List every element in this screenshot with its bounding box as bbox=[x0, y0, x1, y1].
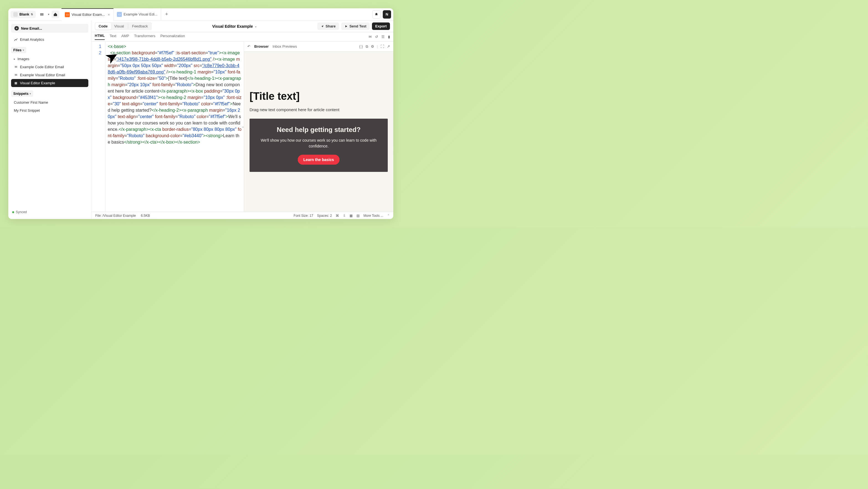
braces-icon[interactable]: { } bbox=[359, 45, 363, 49]
status-dot-icon bbox=[12, 211, 14, 213]
chevron-up-icon[interactable]: ⌃ bbox=[387, 214, 390, 217]
image-icon[interactable]: ▦ bbox=[349, 214, 352, 218]
blank-label: Blank bbox=[20, 12, 29, 16]
more-tools[interactable]: More Tools ... bbox=[363, 214, 383, 218]
subtab-icons: ✉ ↺ ☰ ▮ bbox=[369, 35, 390, 39]
tab-label: Visual Editor Exam... bbox=[71, 12, 105, 17]
top-bar: Blank ⇅ ▾ ▭ Visual Editor Exam... × ▭ Ex… bbox=[8, 8, 393, 21]
chart-icon bbox=[14, 38, 18, 41]
tab-label: Example Visual Edi... bbox=[124, 12, 158, 16]
share-button[interactable]: Share bbox=[317, 23, 339, 30]
add-tab-button[interactable]: + bbox=[161, 11, 172, 17]
file-item-0[interactable]: ✉ Example Code Editor Email bbox=[11, 63, 88, 71]
preview-paragraph: Drag new text component here for article… bbox=[250, 107, 388, 112]
user-avatar[interactable]: N bbox=[383, 10, 391, 19]
subtab-html[interactable]: HTML bbox=[95, 33, 105, 40]
sidebar-item-analytics[interactable]: Email Analytics bbox=[11, 35, 88, 44]
external-icon[interactable]: ↗ bbox=[387, 45, 390, 49]
download-icon[interactable]: ⇩ bbox=[343, 214, 346, 218]
export-button[interactable]: Export bbox=[372, 23, 390, 30]
subtab-personalization[interactable]: Personalization bbox=[160, 34, 185, 40]
email-icon: ✉ bbox=[14, 73, 18, 77]
snippets-section-header[interactable]: Snippets ▾ bbox=[11, 90, 33, 97]
preview-help-text: We'll show you how our courses work so y… bbox=[255, 138, 382, 149]
snippet-item-0[interactable]: Customer First Name bbox=[11, 98, 88, 107]
editor-toolbar: Code Visual Feedback Visual Editor Examp… bbox=[91, 21, 393, 32]
file-item-1[interactable]: ✉ Example Visual Editor Email bbox=[11, 71, 88, 79]
tab-example-visual-editor[interactable]: ▭ Example Visual Edi... bbox=[114, 8, 161, 21]
preview-content: [Title text] Drag new text component her… bbox=[244, 52, 393, 212]
mode-feedback-button[interactable]: Feedback bbox=[129, 23, 151, 30]
app-window: Blank ⇅ ▾ ▭ Visual Editor Exam... × ▭ Ex… bbox=[8, 8, 393, 219]
grid-icon[interactable]: ▤ bbox=[356, 214, 360, 218]
blank-project-button[interactable]: Blank ⇅ bbox=[10, 11, 36, 18]
status-spaces[interactable]: Spaces: 2 bbox=[317, 214, 332, 218]
preview-icons: { } ⧉ ⚙ | ⛶ ↗ bbox=[359, 45, 390, 49]
status-file: File: /Visual Editor Example bbox=[95, 214, 136, 218]
code-editor[interactable]: ➤ 1 2 <x-base> <x-section background="#f… bbox=[91, 41, 244, 212]
toolbar-right: Share Send Test Export bbox=[317, 23, 390, 30]
file-item-2[interactable]: ▦ Visual Editor Example bbox=[11, 79, 88, 87]
preview-bar: ↶ Browser Inbox Previews { } ⧉ ⚙ | ⛶ ↗ bbox=[244, 41, 393, 52]
chevron-right-icon: ▸ bbox=[14, 57, 15, 60]
status-size: 6.5KB bbox=[141, 214, 150, 218]
split-handle[interactable] bbox=[242, 127, 244, 127]
notifications-button[interactable] bbox=[372, 10, 380, 19]
top-left: Blank ⇅ ▾ bbox=[10, 10, 59, 18]
layout-icon: ▦ bbox=[14, 81, 18, 85]
main: + New Email... Email Analytics Files ▾ ▸… bbox=[8, 21, 393, 219]
envelope-icon[interactable]: ✉ bbox=[369, 35, 372, 39]
status-cmd[interactable]: ⌘ bbox=[336, 214, 339, 218]
sync-status: Synced bbox=[11, 208, 88, 216]
status-font-size[interactable]: Font Size: 17 bbox=[293, 214, 313, 218]
blank-icon bbox=[13, 12, 18, 17]
code-subtabs: HTML Text AMP Transformers Personalizati… bbox=[91, 32, 393, 41]
mode-code-button[interactable]: Code bbox=[95, 23, 111, 30]
email-icon: ✉ bbox=[14, 65, 18, 69]
preview-cta-button[interactable]: Learn the basics bbox=[298, 155, 340, 165]
new-email-label: New Email... bbox=[21, 26, 42, 30]
preview-title: [Title text] bbox=[250, 90, 388, 102]
maximize-icon[interactable]: ⛶ bbox=[380, 45, 384, 49]
code-content[interactable]: <x-base> <x-section background="#f7f5ef"… bbox=[105, 41, 244, 212]
panel-icon[interactable]: ▮ bbox=[388, 35, 390, 39]
tabs: ▭ Visual Editor Exam... × ▭ Example Visu… bbox=[61, 8, 172, 21]
status-bar: File: /Visual Editor Example 6.5KB Font … bbox=[91, 212, 393, 219]
caret-icon: ▾ bbox=[30, 92, 31, 95]
sidebar-item-images[interactable]: ▸ Images bbox=[11, 55, 88, 63]
play-icon bbox=[345, 25, 348, 28]
analytics-label: Email Analytics bbox=[20, 37, 44, 41]
layers-button[interactable] bbox=[38, 10, 46, 18]
editor-area: Code Visual Feedback Visual Editor Examp… bbox=[91, 21, 393, 219]
caret-icon: ▾ bbox=[23, 49, 24, 52]
mode-visual-button[interactable]: Visual bbox=[111, 23, 127, 30]
mode-switcher: Code Visual Feedback bbox=[95, 22, 152, 30]
share-icon bbox=[321, 25, 324, 28]
home-button[interactable] bbox=[52, 10, 59, 18]
copy-icon[interactable]: ⧉ bbox=[366, 45, 368, 49]
subtab-amp[interactable]: AMP bbox=[121, 34, 129, 40]
document-title-dropdown[interactable]: Visual Editor Example ⌄ bbox=[212, 24, 257, 29]
updown-icon: ⇅ bbox=[31, 13, 33, 16]
new-email-button[interactable]: + New Email... bbox=[11, 24, 88, 33]
orange-file-icon: ▭ bbox=[65, 12, 70, 17]
send-test-button[interactable]: Send Test bbox=[341, 23, 370, 30]
subtab-text[interactable]: Text bbox=[110, 34, 116, 40]
sidebar: + New Email... Email Analytics Files ▾ ▸… bbox=[8, 21, 91, 219]
sliders-icon[interactable]: ⚙ bbox=[371, 45, 374, 49]
undo-icon[interactable]: ↶ bbox=[247, 45, 250, 49]
files-section-header[interactable]: Files ▾ bbox=[11, 47, 26, 53]
separator bbox=[128, 24, 128, 29]
preview-tab-browser[interactable]: Browser bbox=[254, 45, 269, 49]
snippet-item-1[interactable]: My First Snippet bbox=[11, 107, 88, 114]
chevron-down-icon[interactable]: ▾ bbox=[48, 13, 49, 16]
history-icon[interactable]: ↺ bbox=[375, 35, 378, 39]
preview-tab-inbox[interactable]: Inbox Previews bbox=[273, 45, 297, 49]
preview-help-box: Need help getting started? We'll show yo… bbox=[250, 119, 388, 172]
top-right: N bbox=[372, 10, 391, 19]
list-icon[interactable]: ☰ bbox=[381, 35, 385, 39]
close-icon[interactable]: × bbox=[108, 12, 110, 17]
images-label: Images bbox=[18, 57, 29, 61]
tab-visual-editor-example[interactable]: ▭ Visual Editor Exam... × bbox=[61, 8, 114, 21]
subtab-transformers[interactable]: Transformers bbox=[134, 34, 155, 40]
